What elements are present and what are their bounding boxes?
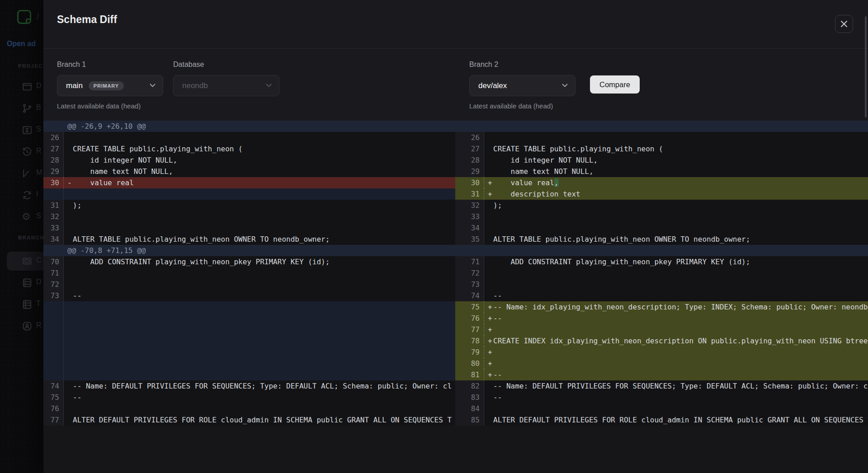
diff-line: 33 <box>455 211 868 222</box>
branch2-hint: Latest available data (head) <box>469 102 553 110</box>
compare-button[interactable]: Compare <box>590 75 640 94</box>
code-text: id integer NOT NULL, <box>63 155 455 166</box>
modal-lower-area <box>43 426 868 473</box>
line-number: 72 <box>43 279 63 290</box>
code-text <box>63 132 455 143</box>
diff-marker: + <box>488 301 493 313</box>
code-line-content: ); <box>73 201 81 210</box>
diff-line: 32 <box>43 211 455 222</box>
line-number <box>43 324 63 335</box>
code-text: name text NOT NULL, <box>63 166 455 177</box>
diff-marker: + <box>488 313 493 324</box>
line-number: 72 <box>455 267 484 279</box>
diff-line: 77+ <box>455 324 868 335</box>
code-line-content: value real <box>493 178 554 187</box>
code-line-content: ALTER TABLE public.playing_with_neon OWN… <box>493 235 750 244</box>
diff-line: 71 ADD CONSTRAINT playing_with_neon_pkey… <box>455 256 868 267</box>
diff-line: 75-- <box>43 392 455 403</box>
diff-line: 27CREATE TABLE public.playing_with_neon … <box>43 143 455 155</box>
hunk-header-text: @@ -70,8 +71,15 @@ <box>63 245 455 256</box>
diff-marker: + <box>488 177 493 188</box>
line-number: 78 <box>455 335 484 347</box>
code-line-content: ADD CONSTRAINT playing_with_neon_pkey PR… <box>73 258 330 266</box>
diff-line: 83-- <box>455 392 868 403</box>
diff-line: 31+ description text <box>455 188 868 200</box>
line-number: 33 <box>43 222 63 234</box>
code-text: ); <box>63 200 455 211</box>
line-number <box>43 188 63 200</box>
code-text <box>484 279 868 290</box>
hunk-header <box>455 121 868 132</box>
code-text <box>63 222 455 234</box>
line-number: 28 <box>43 155 63 166</box>
line-number: 30 <box>455 177 484 188</box>
diff-line: 29 name text NOT NULL, <box>43 166 455 177</box>
hunk-header: @@ -26,9 +26,10 @@ <box>43 121 455 132</box>
line-number: 73 <box>43 290 63 301</box>
word-diff-highlight: , <box>554 178 559 187</box>
line-number: 79 <box>455 347 484 358</box>
code-text: id integer NOT NULL, <box>484 155 868 166</box>
diff-line: 79+ <box>455 347 868 358</box>
code-line-content: -- <box>73 393 81 402</box>
line-number: 70 <box>43 256 63 267</box>
modal-scrollbar-thumb[interactable] <box>865 16 867 117</box>
line-number <box>43 245 63 256</box>
diff-line <box>43 347 455 358</box>
diff-line: 82-- Name: DEFAULT PRIVILEGES FOR SEQUEN… <box>455 380 868 392</box>
branch1-select[interactable]: main PRIMARY <box>57 75 163 96</box>
line-number <box>43 313 63 324</box>
code-line-content: value real <box>73 178 134 187</box>
line-number: 71 <box>455 256 484 267</box>
line-number: 29 <box>455 166 484 177</box>
diff-marker: + <box>488 324 493 335</box>
code-text <box>63 335 455 347</box>
line-number: 74 <box>43 380 63 392</box>
code-text: +-- <box>484 369 868 380</box>
chevron-down-icon <box>562 84 568 88</box>
line-number: 83 <box>455 392 484 403</box>
line-number <box>455 245 484 256</box>
code-text: - value real <box>63 177 455 188</box>
branch1-value: main <box>66 81 83 90</box>
diff-line: 76 <box>43 403 455 414</box>
code-line-content: ALTER DEFAULT PRIVILEGES FOR ROLE cloud_… <box>493 416 868 424</box>
code-text: -- <box>484 392 868 403</box>
line-number: 31 <box>43 200 63 211</box>
diff-line: 35ALTER TABLE public.playing_with_neon O… <box>455 234 868 245</box>
code-line-content: ); <box>493 201 502 210</box>
close-button[interactable] <box>835 15 853 33</box>
hunk-header-text: @@ -26,9 +26,10 @@ <box>63 121 455 132</box>
code-text <box>63 279 455 290</box>
diff-line: 71 <box>43 267 455 279</box>
code-text <box>63 313 455 324</box>
database-select[interactable]: neondb <box>173 75 279 96</box>
line-number: 73 <box>455 279 484 290</box>
diff-line: 30+ value real, <box>455 177 868 188</box>
code-line-content: -- Name: idx_playing_with_neon_descripti… <box>493 303 868 311</box>
line-number: 84 <box>455 403 484 414</box>
code-text: ); <box>484 200 868 211</box>
code-text <box>63 369 455 380</box>
modal-backdrop <box>0 0 43 473</box>
branch2-select[interactable]: dev/alex <box>469 75 576 96</box>
line-number: 26 <box>43 132 63 143</box>
diff-pane-left: @@ -26,9 +26,10 @@2627CREATE TABLE publi… <box>43 121 455 426</box>
line-number: 74 <box>455 290 484 301</box>
branch2-value: dev/alex <box>478 81 507 90</box>
code-text <box>484 211 868 222</box>
code-text: + <box>484 358 868 369</box>
chevron-down-icon <box>150 84 156 88</box>
code-line-content: name text NOT NULL, <box>73 167 173 176</box>
line-number: 32 <box>455 200 484 211</box>
diff-line <box>43 324 455 335</box>
diff-line: 33 <box>43 222 455 234</box>
diff-line <box>43 369 455 380</box>
diff-line: 78+CREATE INDEX idx_playing_with_neon_de… <box>455 335 868 347</box>
schema-diff-modal: Schema Diff Branch 1 Database Branch 2 m… <box>43 0 868 473</box>
code-text: ALTER DEFAULT PRIVILEGES FOR ROLE cloud_… <box>63 414 455 426</box>
hunk-header <box>455 245 868 256</box>
diff-line: 28 id integer NOT NULL, <box>43 155 455 166</box>
code-text <box>63 358 455 369</box>
code-line-content: id integer NOT NULL, <box>73 156 177 164</box>
